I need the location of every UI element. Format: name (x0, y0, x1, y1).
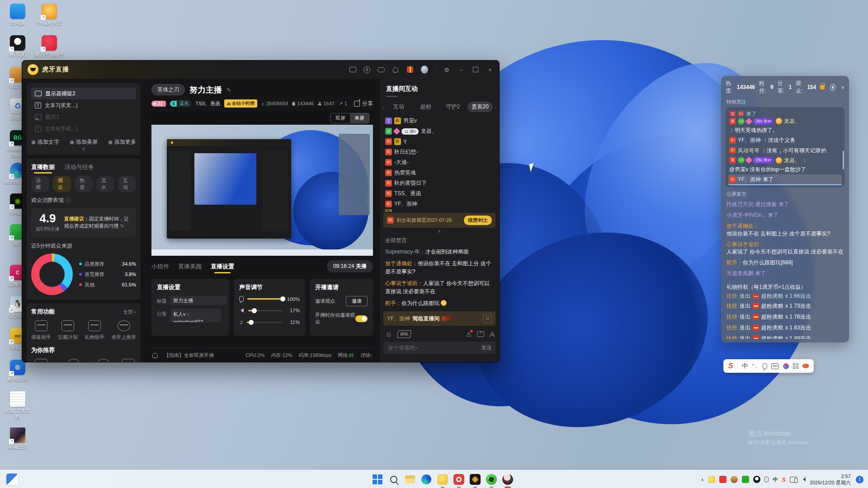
maximize-button[interactable] (472, 66, 479, 73)
quick-danmaku-helper[interactable]: 弹幕助手 (31, 320, 51, 341)
game-launcher-taskbar-icon[interactable] (469, 474, 481, 485)
desktop-icon-yy-welfare[interactable]: YY福利大厅 (34, 4, 64, 26)
desktop-icon-text-document[interactable]: 新建 文本文 档 (3, 391, 33, 419)
tray-red-o-icon[interactable] (719, 476, 726, 483)
music-volume-slider[interactable]: ♫11% (239, 319, 300, 325)
pill-heat[interactable]: 热度 (75, 176, 93, 192)
voice-input-icon[interactable] (763, 363, 767, 369)
tray-mic-icon[interactable] (764, 477, 769, 482)
detail-link[interactable]: 详情› (360, 352, 372, 359)
recommend-live-commerce[interactable]: 直播带货 (31, 359, 51, 362)
overlay-settings-icon[interactable] (830, 84, 835, 91)
invite-button[interactable]: 邀请 (346, 296, 368, 306)
stream-title-input[interactable] (170, 296, 226, 305)
hour-rank-badge[interactable]: 全站小时榜 (224, 99, 257, 108)
danmaku-input[interactable] (387, 344, 481, 352)
collapse-list-chevron[interactable]: ∧ (380, 229, 499, 234)
widgets-icon[interactable] (6, 474, 18, 485)
user-avatar[interactable] (421, 66, 428, 73)
source-item-text6[interactable]: T文本6(手机...) (31, 123, 136, 135)
vip-user-row[interactable]: 超11 通h龙器、 (385, 126, 494, 136)
start-button[interactable] (372, 474, 383, 485)
recommend-mini-program[interactable]: 小程序 (96, 359, 111, 362)
vip-user-row[interactable]: 主爵男宠v (385, 116, 494, 126)
single-screen-button[interactable]: 单屏 (350, 113, 369, 123)
ime-punctuation[interactable]: °， (752, 363, 758, 369)
red-o-app-taskbar-icon[interactable] (453, 474, 465, 485)
report-warning-icon[interactable]: ⚠ (466, 331, 472, 338)
guide-link[interactable]: 【指南】全新双屏开播 (164, 352, 214, 359)
quick-gift-helper[interactable]: 礼物助手 (85, 320, 104, 341)
close-button[interactable]: × (486, 66, 494, 73)
vip-user-row[interactable]: 剑YF、面神 (385, 199, 494, 209)
help-icon[interactable]: ⓘ (65, 197, 71, 203)
tab-live-data[interactable]: 直播数据 (31, 163, 55, 171)
sogou-logo-icon[interactable]: S (728, 362, 733, 370)
mic-volume-slider[interactable]: 100% (239, 296, 300, 302)
taskbar-clock[interactable]: 2:572025/12/20 星期六 (810, 473, 851, 486)
tabs-right-arrow[interactable]: › (495, 104, 496, 110)
renew-guard-button[interactable]: 续费剑士 (464, 216, 492, 225)
tray-qq-icon[interactable] (753, 476, 760, 483)
settings-gear-icon[interactable]: ⚙ (443, 66, 450, 73)
share-button[interactable]: 分享 (354, 100, 373, 108)
collapse-chevron-icon[interactable]: ∨ (31, 147, 136, 150)
quick-huya-recommend[interactable]: 虎牙上推荐 (111, 320, 136, 341)
auto-invite-toggle[interactable] (355, 315, 368, 322)
taskbar-search-icon[interactable] (388, 474, 400, 485)
edit-title-icon[interactable]: ✎ (226, 87, 231, 93)
cast-screen-icon[interactable] (477, 331, 484, 337)
notification-count-badge[interactable]: 1 (856, 476, 863, 483)
tray-volume-icon[interactable] (801, 478, 806, 481)
vip-user-row[interactable]: 剑爵Y (385, 136, 494, 147)
game-center-icon[interactable] (377, 66, 385, 73)
entry-action-button[interactable]: ⊡ (483, 314, 492, 323)
desktop-icon-qq[interactable]: 腾讯QQ (3, 35, 33, 58)
pill-viewers[interactable]: 观众 (53, 176, 71, 192)
quick-treasure-plan[interactable]: 宝藏计划 (58, 320, 78, 341)
source-item-image1[interactable]: 图片1 (31, 111, 136, 123)
file-explorer-icon[interactable] (404, 474, 416, 485)
pill-interact[interactable]: 互动 (118, 176, 136, 192)
emoji-lips-icon[interactable] (802, 364, 809, 368)
emoji-picker-icon[interactable]: ☺ (385, 330, 392, 338)
add-more-button[interactable]: ⊕添加更多 (108, 138, 136, 146)
tab-activities[interactable]: 活动与任务 (65, 163, 94, 171)
tab-superfan[interactable]: 超粉 (413, 102, 439, 112)
manage-user-icon[interactable] (490, 332, 494, 336)
recommend-on-tv[interactable]: 上电视 (121, 359, 136, 362)
source-item-monitor-capture[interactable]: 显示器捕捉2 (31, 88, 136, 99)
tabs-left-arrow[interactable]: ‹ (382, 104, 384, 110)
banner-style-icon[interactable]: 横幅 (397, 330, 411, 338)
mute-all-label[interactable]: 全部禁言 (385, 237, 494, 244)
game-tag[interactable]: 英魂之刃 (151, 84, 185, 95)
stop-streaming-button[interactable]: 09:16:24 关播 (327, 260, 373, 272)
refresh-icon[interactable]: ↻ (120, 223, 124, 229)
vip-user-row[interactable]: 剑TSS、逐函 (385, 188, 494, 199)
vip-user-row[interactable]: 剑-大迪- (385, 157, 494, 168)
scrollbar-thumb[interactable] (843, 150, 844, 169)
pill-diagnose[interactable]: 诊断 (31, 176, 49, 192)
add-text-button[interactable]: ⊕添加文字 (31, 138, 59, 146)
tab-guard[interactable]: 守护2 (440, 102, 466, 112)
speaker-volume-slider[interactable]: 17% (239, 308, 300, 313)
tray-wechat-icon[interactable] (742, 476, 749, 483)
live-preview-video[interactable] (151, 125, 373, 256)
keyboard-icon[interactable] (771, 363, 778, 369)
tab-interact[interactable]: 互动 (386, 102, 411, 112)
ime-chinese-mode[interactable]: 中 (742, 362, 748, 370)
tray-cast-icon[interactable] (790, 477, 797, 483)
green-app-taskbar-icon[interactable] (486, 474, 497, 485)
lock-icon[interactable] (820, 85, 825, 89)
quick-all-link[interactable]: 全部 › (123, 309, 136, 315)
add-screen-button[interactable]: ⊕添加美屏 (70, 138, 98, 146)
tab-vip[interactable]: 贵宾20 (467, 102, 493, 112)
source-item-text7[interactable]: T文本7(求支...) (31, 99, 136, 111)
desktop-icon-kugou[interactable]: Ⓚ酷狗音乐 (3, 360, 33, 382)
tray-sogou-icon[interactable]: S (782, 476, 786, 483)
vip-user-row[interactable]: 剑秋的黄昏日下 (385, 178, 494, 188)
app-titlebar[interactable]: 虎牙直播 $ ⚙ – × (22, 61, 499, 79)
tray-ime-indicator[interactable]: 中 (773, 476, 778, 483)
vip-user-row[interactable]: 剑秋日幻想- (385, 147, 494, 157)
recommend-vip-auction[interactable]: 贵宾席竞拍 (61, 359, 86, 362)
